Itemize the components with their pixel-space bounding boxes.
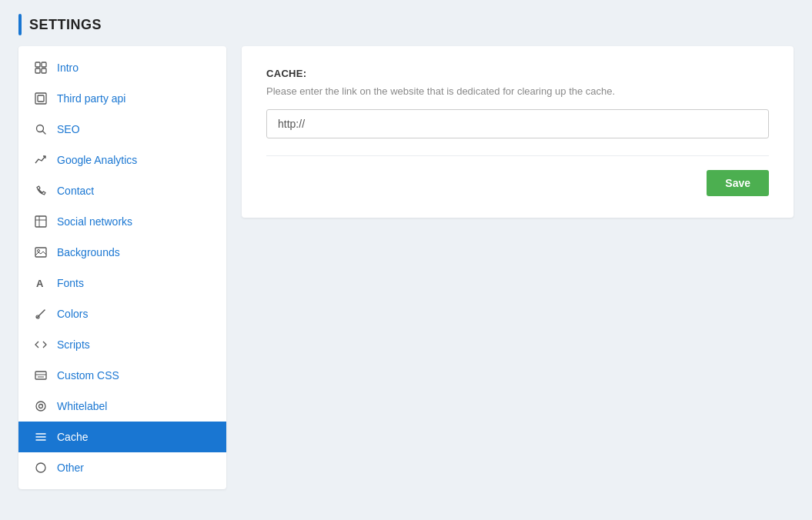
svg-rect-8 (35, 216, 46, 227)
sidebar-label-scripts: Scripts (57, 338, 90, 351)
sidebar-label-fonts: Fonts (57, 277, 84, 289)
sidebar-label-contact: Contact (57, 185, 94, 197)
svg-rect-0 (35, 62, 40, 67)
svg-line-7 (43, 132, 46, 135)
sidebar: IntroThird party apiSEOGoogle AnalyticsC… (18, 46, 226, 489)
sidebar-item-custom-css[interactable]: Custom CSS (18, 360, 226, 391)
content-card: CACHE: Please enter the link on the webs… (242, 46, 794, 218)
scripts-icon (34, 338, 48, 352)
sidebar-label-third-party-api: Third party api (57, 92, 125, 105)
other-icon (34, 461, 48, 475)
sidebar-item-intro[interactable]: Intro (18, 52, 226, 83)
sidebar-item-cache[interactable]: Cache (18, 422, 226, 452)
svg-point-20 (39, 405, 43, 408)
sidebar-item-google-analytics[interactable]: Google Analytics (18, 145, 226, 175)
title-bar: SETTINGS (18, 14, 102, 35)
sidebar-label-colors: Colors (57, 308, 88, 320)
svg-point-12 (38, 250, 40, 252)
svg-rect-3 (42, 68, 46, 73)
sidebar-label-intro: Intro (57, 62, 79, 74)
sidebar-item-other[interactable]: Other (18, 452, 226, 483)
social-networks-icon (34, 215, 48, 228)
custom-css-icon (34, 368, 48, 382)
sidebar-label-social-networks: Social networks (57, 215, 132, 228)
backgrounds-icon (34, 245, 48, 259)
page-title: SETTINGS (29, 17, 102, 33)
sidebar-item-social-networks[interactable]: Social networks (18, 206, 226, 237)
svg-rect-1 (42, 62, 46, 67)
page-header: SETTINGS (0, 0, 812, 46)
colors-icon (34, 307, 48, 321)
cache-icon (34, 430, 48, 444)
sidebar-item-third-party-api[interactable]: Third party api (18, 83, 226, 114)
whitelabel-icon (34, 399, 48, 413)
sidebar-label-other: Other (57, 462, 84, 474)
sidebar-label-google-analytics: Google Analytics (57, 154, 137, 166)
section-description: Please enter the link on the website tha… (266, 85, 769, 97)
sidebar-item-whitelabel[interactable]: Whitelabel (18, 391, 226, 422)
save-button[interactable]: Save (707, 170, 769, 196)
section-label: CACHE: (266, 68, 769, 79)
sidebar-label-whitelabel: Whitelabel (57, 400, 107, 412)
sidebar-item-backgrounds[interactable]: Backgrounds (18, 237, 226, 268)
sidebar-item-scripts[interactable]: Scripts (18, 329, 226, 360)
divider (266, 155, 769, 156)
fonts-icon: A (34, 276, 48, 290)
sidebar-label-backgrounds: Backgrounds (57, 246, 120, 258)
svg-rect-16 (35, 372, 46, 379)
title-accent (18, 14, 22, 35)
contact-icon (34, 184, 48, 198)
svg-rect-5 (38, 95, 44, 102)
main-layout: IntroThird party apiSEOGoogle AnalyticsC… (0, 46, 812, 518)
intro-icon (34, 61, 48, 75)
svg-point-24 (36, 463, 45, 472)
svg-point-19 (36, 402, 45, 411)
google-analytics-icon (34, 153, 48, 167)
seo-icon (34, 122, 48, 136)
sidebar-label-custom-css: Custom CSS (57, 369, 119, 382)
sidebar-item-contact[interactable]: Contact (18, 175, 226, 206)
svg-line-14 (37, 310, 45, 318)
sidebar-item-fonts[interactable]: AFonts (18, 268, 226, 298)
svg-rect-11 (35, 248, 46, 257)
third-party-api-icon (34, 92, 48, 105)
content-area: CACHE: Please enter the link on the webs… (242, 46, 794, 500)
svg-rect-4 (35, 93, 46, 104)
sidebar-label-seo: SEO (57, 123, 80, 135)
sidebar-label-cache: Cache (57, 431, 88, 443)
sidebar-item-colors[interactable]: Colors (18, 298, 226, 329)
sidebar-item-seo[interactable]: SEO (18, 114, 226, 145)
svg-rect-2 (35, 68, 40, 73)
save-row: Save (266, 170, 769, 196)
cache-url-input[interactable] (266, 109, 769, 138)
svg-text:A: A (36, 278, 44, 289)
